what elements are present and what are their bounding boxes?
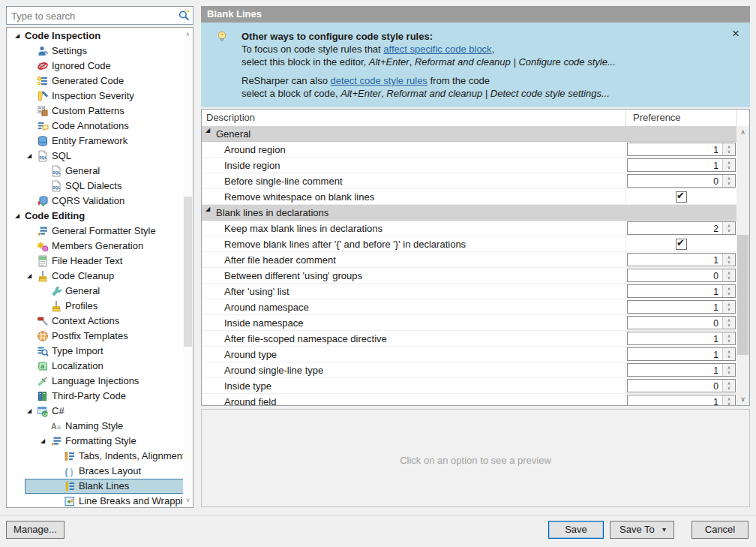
tree-item-localization[interactable]: aLocalization <box>7 359 182 374</box>
tree-item-general[interactable]: SQLGeneral <box>7 164 182 179</box>
tree-item-postfix-templates[interactable]: Postfix Templates <box>7 329 182 344</box>
spinner-buttons[interactable]: ∧∨ <box>722 254 735 266</box>
spin-editor-after-file-header-comment[interactable]: 1∧∨ <box>627 253 736 266</box>
tree-item-custom-patterns[interactable]: Custom Patterns <box>7 104 182 119</box>
spin-down-icon[interactable]: ∨ <box>723 290 735 296</box>
expander-icon[interactable]: ◢ <box>38 434 47 448</box>
tree-scrollbar[interactable]: ∧ ∨ <box>183 28 193 507</box>
grid-row-between-different-using-groups[interactable]: Between different 'using' groups0∧∨ <box>202 268 736 284</box>
grid-row-blank-lines-in-declarations[interactable]: ◢Blank lines in declarations <box>202 205 736 221</box>
spin-down-icon[interactable]: ∨ <box>723 180 735 186</box>
tree-item-line-breaks-and-wrapping[interactable]: Line Breaks and Wrapping <box>7 494 182 508</box>
tree-item-settings[interactable]: Settings <box>7 44 182 59</box>
grid-row-around-type[interactable]: Around type1∧∨ <box>202 347 736 362</box>
spin-editor-around-single-line-type[interactable]: 1∧∨ <box>627 363 736 377</box>
tree-item-entity-framework[interactable]: Entity Framework <box>7 134 182 149</box>
spin-down-icon[interactable]: ∨ <box>723 353 735 359</box>
scrollbar-thumb[interactable] <box>737 235 748 355</box>
grid-row-remove-whitespace-on-blank-lines[interactable]: Remove whitespace on blank lines✔ <box>202 189 736 205</box>
spinner-buttons[interactable]: ∧∨ <box>722 269 735 281</box>
save-button[interactable]: Save <box>548 521 604 539</box>
spin-down-icon[interactable]: ∨ <box>723 306 735 312</box>
tree-item-type-import[interactable]: Type Import <box>7 344 182 359</box>
checkbox-remove-blank-lines-after-and-before-in-declarations[interactable]: ✔ <box>676 239 687 250</box>
grid-row-around-region[interactable]: Around region1∧∨ <box>202 142 736 158</box>
tree-item-sql[interactable]: ◢SQLSQL <box>7 149 182 164</box>
cancel-button[interactable]: Cancel <box>692 521 748 539</box>
tree-item-code-inspection[interactable]: ◢Code Inspection <box>7 29 182 44</box>
grid-scrollbar[interactable]: ∧ ∨ <box>736 126 749 405</box>
spin-down-icon[interactable]: ∨ <box>723 369 735 375</box>
tree-item-code-cleanup[interactable]: ◢Code Cleanup <box>7 269 182 284</box>
tree-item-third-party-code[interactable]: Third-Party Code <box>7 389 182 404</box>
tree-item-general-formatter-style[interactable]: General Formatter Style <box>7 224 182 239</box>
spin-editor-between-different-using-groups[interactable]: 0∧∨ <box>627 269 736 282</box>
column-divider[interactable] <box>736 110 737 126</box>
spin-editor-around-region[interactable]: 1∧∨ <box>627 143 736 156</box>
search-box[interactable] <box>6 6 194 25</box>
spinner-buttons[interactable]: ∧∨ <box>722 285 735 297</box>
spin-down-icon[interactable]: ∨ <box>723 164 735 170</box>
grid-row-general[interactable]: ◢General <box>202 126 736 142</box>
tree-item-general[interactable]: General <box>7 284 182 299</box>
grid-row-after-file-scoped-namespace-directive[interactable]: After file-scoped namespace directive1∧∨ <box>202 331 736 347</box>
grid-row-around-field[interactable]: Around field1∧∨ <box>202 394 736 405</box>
tree-item-formatting-style[interactable]: ◢Formatting Style <box>7 434 182 449</box>
grid-row-around-namespace[interactable]: Around namespace1∧∨ <box>202 299 736 315</box>
expander-icon[interactable]: ◢ <box>25 149 34 163</box>
spin-editor-inside-region[interactable]: 1∧∨ <box>627 158 736 172</box>
tree-item-file-header-text[interactable]: File Header Text <box>7 254 182 269</box>
grid-row-inside-namespace[interactable]: Inside namespace0∧∨ <box>202 315 736 331</box>
tree-item-sql-dialects[interactable]: SQLSQL Dialects <box>7 179 182 194</box>
checkbox-remove-whitespace-on-blank-lines[interactable]: ✔ <box>676 191 687 203</box>
scroll-up-icon[interactable]: ∧ <box>736 126 749 138</box>
tree-item-members-generation[interactable]: ✱Members Generation <box>7 239 182 254</box>
spinner-buttons[interactable]: ∧∨ <box>722 332 735 344</box>
search-input[interactable] <box>10 8 170 24</box>
spinner-buttons[interactable]: ∧∨ <box>722 301 735 313</box>
spinner-buttons[interactable]: ∧∨ <box>722 317 735 329</box>
spin-editor-before-single-line-comment[interactable]: 0∧∨ <box>627 174 736 188</box>
spin-down-icon[interactable]: ∨ <box>723 338 735 344</box>
tree-item-braces-layout[interactable]: ()Braces Layout <box>7 464 182 479</box>
tree-item-naming-style[interactable]: AaNaming Style <box>7 419 182 434</box>
column-divider[interactable] <box>626 110 626 126</box>
save-to-button[interactable]: Save To ▾ <box>610 521 674 539</box>
spinner-buttons[interactable]: ∧∨ <box>722 159 735 171</box>
grid-row-after-using-list[interactable]: After 'using' list1∧∨ <box>202 284 736 299</box>
spin-editor-around-field[interactable]: 1∧∨ <box>627 395 736 405</box>
expander-icon[interactable]: ◢ <box>25 404 34 418</box>
grid-row-after-file-header-comment[interactable]: After file header comment1∧∨ <box>202 252 736 268</box>
manage-button[interactable]: Manage... <box>6 521 64 539</box>
spin-down-icon[interactable]: ∨ <box>723 401 735 405</box>
spin-editor-keep-max-blank-lines-in-declarations[interactable]: 2∧∨ <box>627 221 736 235</box>
tree-item-language-injections[interactable]: Language Injections <box>7 374 182 389</box>
spin-down-icon[interactable]: ∨ <box>723 149 735 155</box>
spin-editor-around-namespace[interactable]: 1∧∨ <box>627 300 736 314</box>
spin-down-icon[interactable]: ∨ <box>723 275 735 281</box>
tree-item-tabs-indents-alignment[interactable]: Tabs, Indents, Alignment <box>7 449 182 464</box>
grid-row-remove-blank-lines-after-and-before-in-declarations[interactable]: Remove blank lines after '{' and before … <box>202 236 736 252</box>
spin-down-icon[interactable]: ∨ <box>723 259 735 265</box>
expander-icon[interactable]: ◢ <box>13 29 22 43</box>
tree-item-inspection-severity[interactable]: Inspection Severity <box>7 89 182 104</box>
scroll-down-icon[interactable]: ∨ <box>183 495 193 506</box>
spinner-buttons[interactable]: ∧∨ <box>722 175 735 187</box>
scroll-up-icon[interactable]: ∧ <box>183 29 193 40</box>
tree-item-generated-code[interactable]: Generated Code <box>7 74 182 89</box>
spin-editor-inside-namespace[interactable]: 0∧∨ <box>627 316 736 329</box>
spinner-buttons[interactable]: ∧∨ <box>722 395 735 405</box>
grid-row-keep-max-blank-lines-in-declarations[interactable]: Keep max blank lines in declarations2∧∨ <box>202 221 736 236</box>
spinner-buttons[interactable]: ∧∨ <box>722 364 735 376</box>
tree-item-ignored-code[interactable]: Ignored Code <box>7 59 182 74</box>
tree-item-code-editing[interactable]: ◢Code Editing <box>7 209 182 224</box>
tree-item-cqrs-validation[interactable]: CQRS Validation <box>7 194 182 209</box>
tree-item-profiles[interactable]: Profiles <box>7 299 182 314</box>
spin-editor-inside-type[interactable]: 0∧∨ <box>627 379 736 392</box>
grid-row-inside-type[interactable]: Inside type0∧∨ <box>202 378 736 394</box>
grid-row-inside-region[interactable]: Inside region1∧∨ <box>202 158 736 173</box>
tree-item-code-annotations[interactable]: Code Annotations <box>7 119 182 134</box>
grid-row-before-single-line-comment[interactable]: Before single-line comment0∧∨ <box>202 173 736 189</box>
spinner-buttons[interactable]: ∧∨ <box>722 380 735 392</box>
detect-code-style-rules-link[interactable]: detect code style rules <box>331 75 428 86</box>
